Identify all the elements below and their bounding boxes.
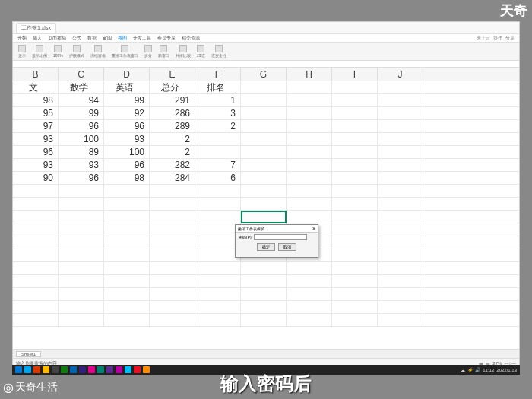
password-input[interactable]	[254, 234, 307, 240]
ribbon-button[interactable]: 护眼模式	[67, 45, 87, 58]
cell[interactable]	[332, 185, 378, 197]
cell[interactable]	[195, 185, 241, 197]
cell[interactable]	[378, 314, 423, 326]
cell[interactable]: 6	[195, 172, 241, 184]
share-button[interactable]: 分享	[505, 35, 515, 42]
cell[interactable]	[241, 120, 287, 132]
taskbar-icon[interactable]	[143, 366, 150, 373]
menu-item[interactable]: 开始	[17, 35, 27, 42]
cell[interactable]	[150, 301, 195, 313]
cell[interactable]	[104, 262, 150, 274]
column-header[interactable]: H	[287, 68, 332, 81]
cell[interactable]	[13, 198, 59, 210]
cell[interactable]	[195, 262, 241, 274]
cell[interactable]: 3	[195, 107, 241, 119]
menu-item[interactable]: 稻壳资源	[182, 35, 200, 42]
cell[interactable]	[287, 172, 332, 184]
ribbon-button[interactable]: JS宏	[195, 45, 207, 58]
cell[interactable]	[59, 223, 104, 236]
cell[interactable]	[150, 185, 195, 197]
cell[interactable]	[104, 223, 150, 236]
cell[interactable]: 文	[13, 81, 59, 93]
cell[interactable]	[287, 107, 332, 119]
cell[interactable]	[104, 275, 150, 287]
cell[interactable]: 96	[59, 120, 104, 132]
cell[interactable]	[241, 172, 287, 184]
cell[interactable]	[241, 288, 287, 300]
cell[interactable]	[195, 301, 241, 313]
cell[interactable]	[332, 107, 378, 119]
ribbon-button[interactable]: 显示比例	[30, 45, 49, 58]
cell[interactable]	[195, 133, 241, 145]
cell[interactable]	[241, 107, 287, 119]
cell[interactable]	[241, 301, 287, 313]
ribbon-button[interactable]: 显示	[16, 45, 28, 58]
cell[interactable]: 284	[150, 172, 195, 184]
taskbar-icon[interactable]	[70, 366, 77, 373]
column-header[interactable]: B	[13, 68, 59, 81]
cell[interactable]	[59, 185, 104, 197]
cell[interactable]	[13, 314, 59, 326]
cell[interactable]	[150, 288, 195, 300]
cell[interactable]	[332, 314, 378, 326]
cell[interactable]	[378, 198, 423, 210]
cell[interactable]	[104, 185, 150, 197]
taskbar-icon[interactable]	[24, 366, 31, 373]
cell[interactable]: 99	[59, 107, 104, 119]
cell[interactable]: 289	[150, 120, 195, 132]
cell[interactable]	[195, 198, 241, 210]
column-header[interactable]: F	[195, 68, 241, 81]
cell[interactable]	[59, 288, 104, 300]
cell[interactable]: 282	[150, 159, 195, 171]
cell[interactable]	[241, 185, 287, 197]
ribbon-button[interactable]: 100%	[51, 45, 65, 58]
ribbon-button[interactable]: 冻结窗格	[88, 45, 108, 58]
cell[interactable]	[378, 301, 423, 313]
cell[interactable]	[241, 198, 287, 210]
cell[interactable]: 96	[104, 120, 150, 132]
cell[interactable]	[332, 159, 378, 171]
cell[interactable]: 7	[195, 159, 241, 171]
start-icon[interactable]	[15, 366, 22, 373]
cell[interactable]: 数学	[59, 81, 104, 93]
cell[interactable]	[104, 314, 150, 326]
cell[interactable]	[13, 211, 59, 223]
cell[interactable]	[332, 262, 378, 274]
close-icon[interactable]: ×	[312, 226, 315, 231]
menu-item[interactable]: 公式	[72, 35, 81, 42]
cell[interactable]	[378, 223, 423, 236]
column-header[interactable]: G	[241, 68, 287, 81]
cell[interactable]	[332, 211, 378, 223]
taskbar-icon[interactable]	[52, 366, 59, 373]
ribbon-button[interactable]: 重排工作表窗口	[109, 45, 141, 58]
menu-item-active[interactable]: 视图	[118, 35, 127, 42]
taskbar-icon[interactable]	[106, 366, 113, 373]
cell[interactable]	[241, 146, 287, 158]
cell[interactable]	[378, 236, 423, 249]
cell[interactable]	[378, 185, 423, 197]
ok-button[interactable]: 确定	[257, 243, 275, 251]
cell[interactable]: 93	[13, 133, 59, 145]
cell[interactable]	[13, 249, 59, 261]
cell[interactable]	[59, 301, 104, 313]
cell[interactable]	[332, 288, 378, 300]
formula-bar[interactable]	[13, 61, 519, 68]
cell[interactable]	[332, 249, 378, 261]
cell[interactable]	[59, 236, 104, 249]
cell[interactable]	[150, 198, 195, 210]
cell[interactable]	[378, 172, 423, 184]
cell[interactable]	[332, 236, 378, 249]
cell[interactable]: 97	[13, 120, 59, 132]
cell[interactable]: 96	[59, 172, 104, 184]
cell[interactable]	[378, 133, 423, 145]
cell[interactable]: 291	[150, 94, 195, 106]
cell[interactable]	[378, 120, 423, 132]
cell[interactable]: 1	[195, 94, 241, 106]
coop-button[interactable]: 协作	[493, 35, 502, 42]
cloud-status[interactable]: 未上云	[477, 35, 490, 42]
clock-date[interactable]: 2022/1/13	[496, 368, 517, 372]
cell[interactable]: 98	[13, 94, 59, 106]
clock-time[interactable]: 11:12	[483, 368, 494, 372]
sheet-tab[interactable]: Sheet1	[16, 351, 41, 357]
menu-item[interactable]: 插入	[33, 35, 42, 42]
